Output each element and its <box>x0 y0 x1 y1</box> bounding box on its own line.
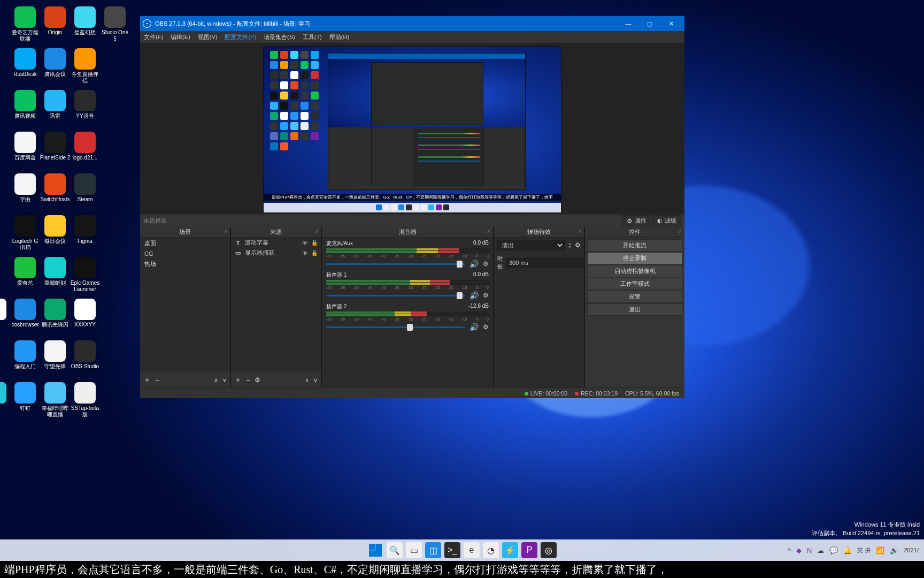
source-up-button[interactable]: ∧ <box>305 377 309 384</box>
desktop-icon[interactable]: 迅雷 <box>40 90 71 127</box>
desktop-icon[interactable]: YY语音 <box>70 90 101 127</box>
menu-item[interactable]: 视图(V) <box>198 33 218 41</box>
desktop-icon[interactable]: Epic Games Launcher <box>70 257 101 294</box>
scenes-list[interactable]: 桌面CG热场 <box>140 238 230 372</box>
channel-gear-icon[interactable]: ⚙ <box>483 292 489 299</box>
desktop-icon[interactable]: 爱奇艺 <box>10 257 41 294</box>
volume-slider[interactable] <box>326 326 465 328</box>
menu-item[interactable]: 编辑(E) <box>171 33 190 41</box>
desktop-icon[interactable]: 腾讯视频 <box>10 90 41 127</box>
tray-chat-icon[interactable]: 💬 <box>829 546 838 554</box>
desktop-icon[interactable]: 腾讯会议 <box>40 48 71 86</box>
desktop-icon[interactable]: 百度网盘 <box>10 132 41 169</box>
popout-icon[interactable]: ⤢ <box>224 229 228 234</box>
desktop-icon[interactable]: 每日会议 <box>40 215 71 253</box>
lock-icon[interactable]: 🔓 <box>311 240 318 246</box>
taskbar-phpstorm-button[interactable]: P <box>521 542 537 558</box>
taskbar[interactable]: 🔍▭◫>_e◔⚡P◎ ^ ◆ N ☁ 💬 🔔 英 拼 📶 🔊 2021/ <box>0 539 924 561</box>
popout-icon[interactable]: ⤢ <box>487 229 491 234</box>
source-item[interactable]: ▭显示器捕获👁🔓 <box>231 248 321 258</box>
minimize-button[interactable]: — <box>618 16 639 31</box>
tray-notify-icon[interactable]: 🔔 <box>843 546 852 554</box>
taskbar-chrome-button[interactable]: ◔ <box>483 542 499 558</box>
transition-select[interactable]: 淡出 <box>497 240 565 250</box>
mute-icon[interactable]: 🔊 <box>469 260 479 268</box>
mute-icon[interactable]: 🔊 <box>469 323 479 331</box>
preview-area[interactable]: 后端PHP程序员，会点其它语言不多，一般是前端三件套、Go、Rust、C#，不定… <box>140 43 684 214</box>
taskbar-start-button[interactable] <box>367 542 383 558</box>
add-scene-button[interactable]: ＋ <box>143 375 151 385</box>
mute-icon[interactable]: 🔊 <box>469 291 479 300</box>
taskbar-obs-button[interactable]: ◎ <box>541 542 557 558</box>
control-button[interactable]: 退出 <box>587 303 682 316</box>
volume-slider[interactable] <box>326 295 465 296</box>
close-button[interactable]: ✕ <box>660 16 682 31</box>
desktop-icon[interactable]: logo.d21... <box>70 132 101 169</box>
control-button[interactable]: 停止录制 <box>587 252 682 264</box>
source-down-button[interactable]: ∨ <box>313 377 318 384</box>
desktop-icon[interactable]: Steam <box>70 173 101 211</box>
control-button[interactable]: 启动虚拟摄像机 <box>587 265 682 277</box>
tray-shield-icon[interactable]: ◆ <box>796 546 802 554</box>
source-settings-button[interactable]: ⚙ <box>255 376 260 384</box>
tray-onenote-icon[interactable]: N <box>807 546 812 554</box>
scene-item[interactable]: CG <box>140 249 230 258</box>
popout-icon[interactable]: ⤢ <box>678 229 682 234</box>
filters-button[interactable]: ◐滤镜 <box>652 215 681 226</box>
remove-source-button[interactable]: − <box>246 376 250 384</box>
desktop-icon[interactable]: 守望先锋 <box>40 340 71 378</box>
tray-overflow-icon[interactable]: ^ <box>788 546 791 554</box>
clock-date[interactable]: 2021/ <box>904 547 919 553</box>
system-tray[interactable]: ^ ◆ N ☁ 💬 🔔 英 拼 📶 🔊 2021/ <box>788 546 919 554</box>
visibility-icon[interactable]: 👁 <box>302 250 308 256</box>
visibility-icon[interactable]: 👁 <box>302 240 308 246</box>
desktop-icon[interactable]: XXXXYY <box>70 299 101 336</box>
menu-item[interactable]: 文件(F) <box>144 33 163 41</box>
channel-gear-icon[interactable]: ⚙ <box>483 260 489 268</box>
desktop-icon[interactable]: RustDesk <box>10 48 41 86</box>
taskbar-widgets-button[interactable]: ◫ <box>425 542 441 558</box>
desktop-icon[interactable]: cosbrowser <box>10 299 41 336</box>
volume-icon[interactable]: 🔊 <box>890 546 898 554</box>
desktop-icon[interactable]: SwitchHosts <box>40 173 71 211</box>
taskbar-taskview-button[interactable]: ▭ <box>406 542 422 558</box>
control-button[interactable]: 设置 <box>587 291 682 303</box>
network-icon[interactable]: 📶 <box>876 546 884 554</box>
desktop-icon[interactable]: Studio One 5 <box>99 6 130 44</box>
taskbar-terminal-button[interactable]: >_ <box>444 542 460 558</box>
scene-up-button[interactable]: ∧ <box>214 377 218 384</box>
desktop-icon[interactable]: Figma <box>70 215 101 253</box>
desktop-icon[interactable]: Logitech G HUB <box>10 215 41 253</box>
scene-down-button[interactable]: ∨ <box>222 377 227 384</box>
volume-slider[interactable] <box>326 263 465 265</box>
taskbar-edge-button[interactable]: e <box>464 542 480 558</box>
duration-input[interactable] <box>506 258 584 268</box>
remove-scene-button[interactable]: − <box>155 376 159 384</box>
menu-item[interactable]: 工具(T) <box>303 33 322 41</box>
control-button[interactable]: 工作室模式 <box>587 278 682 290</box>
desktop-icon[interactable]: 草蜻蜓刻 <box>40 257 71 294</box>
desktop-icon[interactable]: 幸福哔哩哔哩直播 <box>40 382 71 420</box>
menu-item[interactable]: 场景集合(S) <box>264 33 295 41</box>
desktop-icon-cropped[interactable] <box>0 382 6 404</box>
popout-icon[interactable]: ⤢ <box>314 229 319 234</box>
taskbar-search-button[interactable]: 🔍 <box>387 542 403 558</box>
control-button[interactable]: 开始推流 <box>587 239 682 252</box>
desktop-icon[interactable]: 编程入门 <box>10 340 41 378</box>
desktop-icon-cropped[interactable] <box>0 299 6 320</box>
desktop-icon[interactable]: 爱奇艺万能联播 <box>10 6 41 44</box>
desktop-icon[interactable]: PlanetSide 2 <box>40 132 71 169</box>
properties-button[interactable]: ⚙属性 <box>622 215 651 226</box>
lock-icon[interactable]: 🔓 <box>311 250 318 256</box>
sources-list[interactable]: T滚动字幕👁🔓▭显示器捕获👁🔓 <box>231 238 321 372</box>
desktop-icon[interactable]: OBS Studio <box>70 340 101 378</box>
popout-icon[interactable]: ⤢ <box>578 229 582 234</box>
maximize-button[interactable]: ▢ <box>639 16 660 31</box>
menu-item[interactable]: 帮助(H) <box>329 33 349 41</box>
add-source-button[interactable]: ＋ <box>234 375 242 385</box>
tray-onedrive-icon[interactable]: ☁ <box>817 546 824 554</box>
transition-gear-icon[interactable]: ⚙ <box>575 241 581 249</box>
scene-item[interactable]: 热场 <box>140 258 230 270</box>
transition-spin[interactable]: ▲▼ <box>568 241 572 249</box>
titlebar[interactable]: OBS 27.1.3 (64-bit, windows) - 配置文件: bil… <box>140 16 684 31</box>
